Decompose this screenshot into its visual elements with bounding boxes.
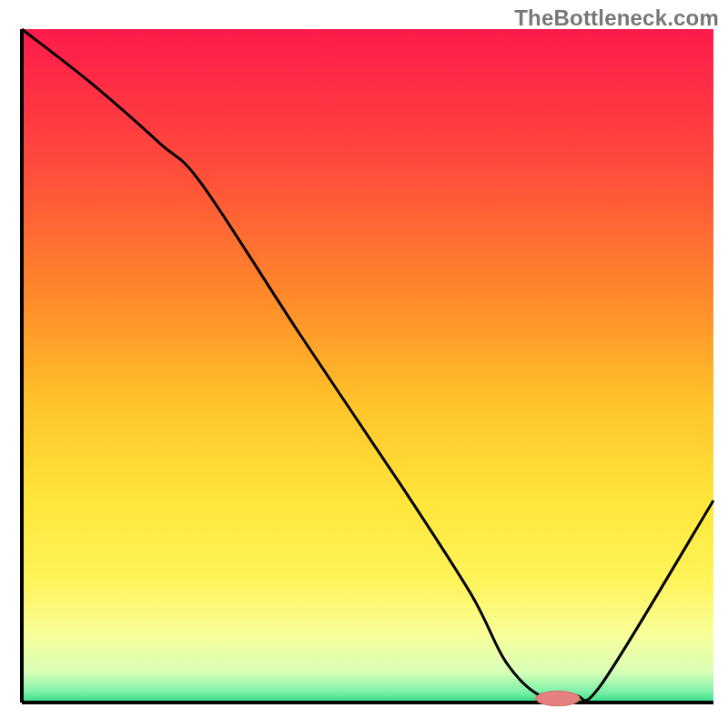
plot-background — [22, 29, 713, 703]
optimum-marker — [536, 691, 581, 705]
bottleneck-chart — [0, 0, 728, 728]
